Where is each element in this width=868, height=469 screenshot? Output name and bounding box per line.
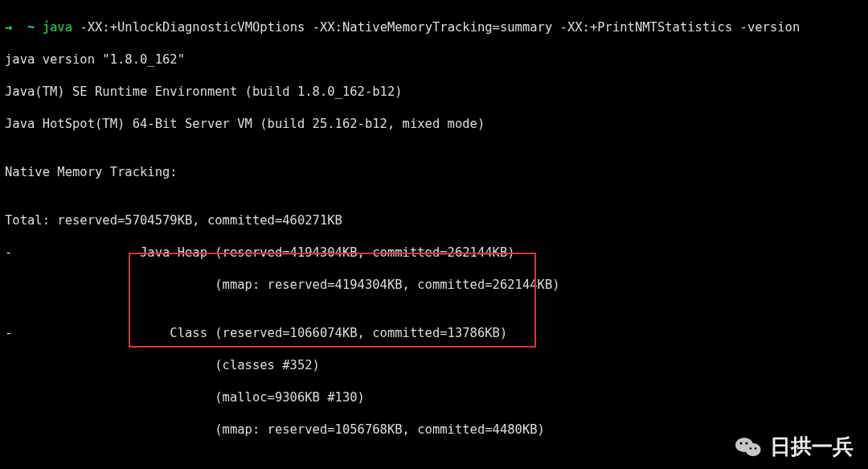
wechat-icon xyxy=(735,435,762,458)
svg-point-4 xyxy=(745,442,747,444)
nmt-heap-2: (mmap: reserved=4194304KB, committed=262… xyxy=(5,277,863,293)
nmt-total: Total: reserved=5704579KB, committed=460… xyxy=(5,212,863,228)
nmt-class-3: (malloc=9306KB #130) xyxy=(5,389,863,405)
svg-point-3 xyxy=(739,442,742,444)
command-args: -XX:+UnlockDiagnosticVMOptions -XX:Nativ… xyxy=(80,20,800,35)
watermark-text: 日拱一兵 xyxy=(770,438,854,455)
jvm-line: Java HotSpot(TM) 64-Bit Server VM (build… xyxy=(5,116,863,132)
nmt-heap-1: - Java Heap (reserved=4194304KB, committ… xyxy=(5,245,863,261)
command-name: java xyxy=(43,20,72,35)
nmt-class-2: (classes #352) xyxy=(5,357,863,373)
watermark: 日拱一兵 xyxy=(735,435,854,458)
svg-point-2 xyxy=(746,444,760,456)
svg-point-6 xyxy=(755,447,757,450)
nmt-class-1: - Class (reserved=1066074KB, committed=1… xyxy=(5,325,863,341)
prompt-arrow-icon: → xyxy=(5,20,12,35)
nmt-header: Native Memory Tracking: xyxy=(5,164,863,180)
svg-point-5 xyxy=(750,447,752,450)
prompt-cwd: ~ xyxy=(27,20,35,35)
prompt-line[interactable]: → ~ java -XX:+UnlockDiagnosticVMOptions … xyxy=(5,19,863,35)
java-version-line: java version "1.8.0_162" xyxy=(5,51,863,68)
jre-line: Java(TM) SE Runtime Environment (build 1… xyxy=(5,84,863,100)
terminal-output: → ~ java -XX:+UnlockDiagnosticVMOptions … xyxy=(0,0,868,469)
